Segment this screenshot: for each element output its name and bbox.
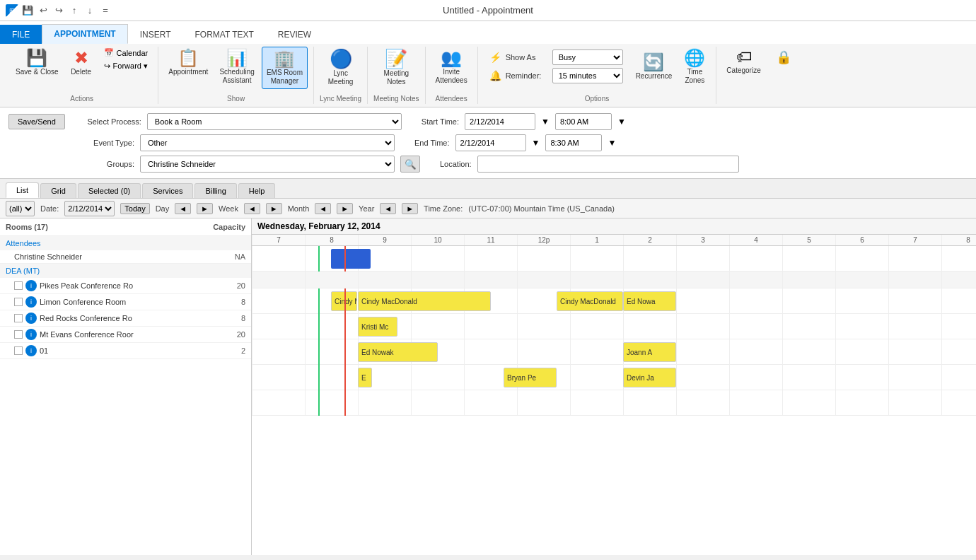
tab-list[interactable]: List bbox=[6, 182, 39, 198]
end-date-arrow[interactable]: ▼ bbox=[532, 138, 540, 148]
start-time-label: Start Time: bbox=[422, 117, 459, 126]
undo-btn[interactable]: ↩ bbox=[37, 4, 50, 17]
tab-services[interactable]: Services bbox=[142, 183, 193, 198]
redrocks-info-icon[interactable]: i bbox=[25, 313, 37, 324]
groups-search-button[interactable]: 🔍 bbox=[400, 156, 420, 173]
lync-meeting-button[interactable]: 🔵 LyncMeeting bbox=[324, 47, 358, 89]
end-date-input[interactable] bbox=[455, 134, 526, 151]
meeting-notes-button[interactable]: 📝 MeetingNotes bbox=[380, 47, 414, 89]
mtevans-event-1[interactable]: E bbox=[358, 368, 372, 387]
limon-checkbox[interactable] bbox=[14, 298, 23, 306]
tab-insert[interactable]: INSERT bbox=[128, 25, 183, 44]
end-time-arrow[interactable]: ▼ bbox=[608, 138, 616, 148]
year-prev-btn[interactable]: ◄ bbox=[380, 203, 396, 214]
tab-help[interactable]: Help bbox=[238, 183, 276, 198]
ribbon: 💾 Save & Close ✖ Delete 📅 Calendar ↪ For… bbox=[0, 44, 976, 107]
invite-attendees-button[interactable]: 👥 InviteAttendees bbox=[431, 47, 472, 88]
mtevans-event-3[interactable]: Devin Ja bbox=[623, 368, 676, 387]
pikes-info-icon[interactable]: i bbox=[25, 280, 37, 291]
mtevans-event-2[interactable]: Bryan Pe bbox=[504, 368, 557, 387]
limon-row: Kristi Mc bbox=[252, 314, 976, 339]
tab-format-text[interactable]: FORMAT TEXT bbox=[182, 25, 265, 44]
week-prev-btn[interactable]: ◄ bbox=[244, 203, 260, 214]
month-prev-btn[interactable]: ◄ bbox=[315, 203, 331, 214]
time-zones-button[interactable]: 🌐 TimeZones bbox=[679, 47, 710, 88]
tab-grid[interactable]: Grid bbox=[40, 183, 76, 198]
invite-icon: 👥 bbox=[441, 49, 462, 66]
customize-btn[interactable]: = bbox=[99, 4, 112, 17]
delete-button[interactable]: ✖ Delete bbox=[66, 47, 97, 79]
redo-btn[interactable]: ↪ bbox=[52, 4, 65, 17]
start-time-arrow[interactable]: ▼ bbox=[617, 117, 626, 127]
tab-review[interactable]: REVIEW bbox=[266, 25, 323, 44]
tab-bar: List Grid Selected (0) Services Billing … bbox=[0, 179, 976, 199]
mtevans-green-line bbox=[318, 365, 320, 390]
redrocks-event-1[interactable]: Ed Nowak bbox=[358, 342, 438, 362]
quick-save-btn[interactable]: 💾 bbox=[21, 4, 34, 17]
redrocks-checkbox[interactable] bbox=[14, 314, 23, 322]
lock-button[interactable]: 🔒 bbox=[768, 47, 799, 68]
recurrence-button[interactable]: 🔄 Recurrence bbox=[632, 51, 677, 83]
tab-file[interactable]: FILE bbox=[0, 25, 42, 44]
down-btn[interactable]: ↓ bbox=[83, 4, 96, 17]
form-row-1: Save/Send Select Process: Book a Room Re… bbox=[8, 113, 968, 130]
pikes-event-2[interactable]: Cindy MacDonald bbox=[358, 291, 491, 311]
dea-header: DEA (MT) bbox=[6, 267, 40, 275]
redrocks-event-2[interactable]: Joann A bbox=[623, 342, 676, 362]
reminder-select[interactable]: 15 minutes None 5 minutes 30 minutes 1 h… bbox=[552, 68, 623, 83]
save-send-button[interactable]: Save/Send bbox=[8, 114, 65, 129]
event-type-dropdown[interactable]: Other Meeting Training bbox=[140, 134, 395, 151]
calendar-button[interactable]: 📅 Calendar bbox=[100, 47, 153, 59]
limon-event-1[interactable]: Kristi Mc bbox=[358, 317, 397, 337]
start-date-input[interactable] bbox=[465, 113, 535, 130]
start-time-input[interactable] bbox=[555, 113, 612, 130]
forward-button[interactable]: ↪ Forward ▾ bbox=[100, 60, 153, 72]
room01-info-icon[interactable]: i bbox=[25, 345, 37, 356]
appointment-view-button[interactable]: 📋 Appointment bbox=[164, 47, 212, 79]
day-prev-btn[interactable]: ◄ bbox=[175, 203, 191, 214]
end-time-input[interactable] bbox=[545, 134, 602, 151]
dea-section: DEA (MT) bbox=[0, 264, 251, 278]
mtevans-checkbox[interactable] bbox=[14, 330, 23, 339]
mtevans-info-icon[interactable]: i bbox=[25, 329, 37, 340]
day-next-btn[interactable]: ► bbox=[197, 203, 213, 214]
recur-time-group: 🔄 Recurrence 🌐 TimeZones bbox=[632, 47, 711, 88]
location-input[interactable] bbox=[477, 156, 739, 173]
categorize-button[interactable]: 🏷 Categorize bbox=[722, 47, 765, 78]
ribbon-group-options: ⚡ Show As Busy Free Tentative Out of Off… bbox=[478, 47, 717, 104]
lync-label: LyncMeeting bbox=[328, 69, 354, 86]
pikes-checkbox[interactable] bbox=[14, 281, 23, 290]
room01-red-line bbox=[344, 390, 346, 416]
pikes-event-4[interactable]: Ed Nowa bbox=[623, 291, 676, 311]
hour-8b: 8 bbox=[941, 235, 976, 245]
select-process-dropdown[interactable]: Book a Room Request a Room bbox=[147, 113, 402, 130]
attendee-event-bar[interactable] bbox=[331, 249, 371, 269]
week-next-btn[interactable]: ► bbox=[266, 203, 282, 214]
show-as-select[interactable]: Busy Free Tentative Out of Office bbox=[552, 49, 623, 65]
window-title: Untitled - Appointment bbox=[443, 5, 533, 16]
year-next-btn[interactable]: ► bbox=[402, 203, 418, 214]
hour-1: 1 bbox=[570, 235, 623, 245]
date-select[interactable]: 2/12/2014 bbox=[64, 201, 115, 216]
today-button[interactable]: Today bbox=[120, 203, 149, 214]
pikes-event-3[interactable]: Cindy MacDonald bbox=[557, 291, 623, 311]
start-date-arrow[interactable]: ▼ bbox=[541, 117, 550, 127]
redrocks-capacity: 8 bbox=[224, 314, 245, 322]
main-area: Rooms (17) Capacity Attendees Christine … bbox=[0, 218, 976, 555]
filter-dropdown[interactable]: (all) bbox=[6, 201, 35, 216]
title-bar-controls: ⊞ 💾 ↩ ↪ ↑ ↓ = bbox=[6, 4, 112, 17]
room01-checkbox[interactable] bbox=[14, 346, 23, 355]
groups-dropdown[interactable]: Christine Schneider bbox=[140, 156, 395, 173]
month-next-btn[interactable]: ► bbox=[337, 203, 353, 214]
up-btn[interactable]: ↑ bbox=[68, 4, 81, 17]
tab-billing[interactable]: Billing bbox=[194, 183, 236, 198]
save-close-button[interactable]: 💾 Save & Close bbox=[11, 47, 63, 79]
ems-room-button[interactable]: 🏢 EMS RoomManager bbox=[262, 47, 308, 89]
ribbon-tab-bar: FILE APPOINTMENT INSERT FORMAT TEXT REVI… bbox=[0, 21, 976, 44]
scheduling-assistant-button[interactable]: 📊 SchedulingAssistant bbox=[215, 47, 258, 88]
limon-info-icon[interactable]: i bbox=[25, 296, 37, 308]
attendees-label-group: Attendees bbox=[436, 95, 467, 104]
tab-appointment[interactable]: APPOINTMENT bbox=[42, 24, 127, 44]
form-row-2: Event Type: Other Meeting Training End T… bbox=[8, 134, 968, 151]
tab-selected[interactable]: Selected (0) bbox=[78, 183, 141, 198]
